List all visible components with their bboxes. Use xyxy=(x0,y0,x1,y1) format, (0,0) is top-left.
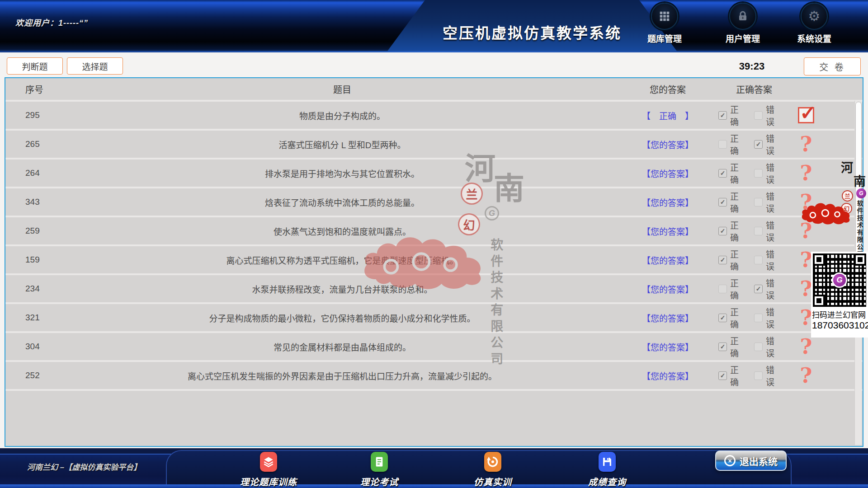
checkbox-wrong-label: 错误 xyxy=(766,219,781,243)
checkbox-wrong[interactable] xyxy=(754,198,763,206)
table-row: 265 活塞式压缩机分 L 型和D型两种。 【您的答案】 正确 错误 xyxy=(5,131,863,158)
check-icon xyxy=(720,228,726,234)
your-answer-text: 【您的答案】 xyxy=(642,198,693,208)
menu-label: 系统设置 xyxy=(785,32,844,44)
checkbox-wrong[interactable] xyxy=(754,256,763,264)
checkbox-right[interactable] xyxy=(718,256,727,264)
wrong-question-mark-icon xyxy=(800,336,812,357)
checkbox-wrong[interactable] xyxy=(754,314,763,322)
checkbox-right[interactable] xyxy=(718,140,727,149)
tab-choice-questions[interactable]: 选择题 xyxy=(67,57,123,75)
your-answer-text: 【您的答案】 xyxy=(642,256,693,266)
result-cell xyxy=(790,221,822,241)
checkbox-wrong-label: 错误 xyxy=(766,132,781,156)
question-number: 321 xyxy=(5,313,62,323)
check-icon xyxy=(720,372,726,379)
table-row: 264 排水泵是用于排地沟水与其它位置积水。 【您的答案】 正确 错误 xyxy=(5,160,863,187)
check-icon xyxy=(720,199,726,205)
qr-panel: G 扫码进兰幻官网 18703603102 xyxy=(811,252,868,338)
check-icon xyxy=(756,141,761,147)
table-row: 304 常见的金属材料都是由晶体组成的。 【您的答案】 正确 错误 xyxy=(5,333,863,360)
question-text: 活塞式压缩机分 L 型和D型两种。 xyxy=(62,138,623,150)
wrong-question-mark-icon xyxy=(800,278,812,299)
qr-finder-icon xyxy=(854,253,866,266)
table-row: 234 水泵并联扬程改变，流量为几台并联泵的总和。 【您的答案】 正确 错误 xyxy=(5,275,863,302)
checkbox-wrong[interactable] xyxy=(754,169,763,178)
check-icon xyxy=(720,314,726,321)
checkbox-wrong[interactable] xyxy=(754,111,763,120)
question-text: 排水泵是用于排地沟水与其它位置积水。 xyxy=(62,167,623,179)
close-icon xyxy=(724,455,736,466)
correct-answer-options: 正确 错误 xyxy=(713,161,790,185)
checkbox-wrong[interactable] xyxy=(754,285,763,293)
checkbox-wrong-label: 错误 xyxy=(766,248,781,272)
checkbox-right-label: 正确 xyxy=(730,161,745,185)
checkbox-right[interactable] xyxy=(718,198,727,206)
checkbox-wrong-label: 错误 xyxy=(766,363,781,388)
checkbox-right-label: 正确 xyxy=(730,305,745,330)
tab-judgement-questions[interactable]: 判断题 xyxy=(7,57,63,75)
question-text: 离心式压缩机又称为透平式压缩机，它是典型速度型压缩机。 xyxy=(62,254,623,266)
exam-countdown-timer: 39:23 xyxy=(729,61,774,72)
correct-answer-options: 正确 错误 xyxy=(713,334,790,359)
question-number: 252 xyxy=(5,371,62,380)
submit-paper-button[interactable]: 交 卷 xyxy=(804,57,861,75)
checkbox-right[interactable] xyxy=(718,169,727,178)
checkbox-wrong[interactable] xyxy=(754,140,763,149)
checkbox-right-label: 正确 xyxy=(730,277,745,301)
nav-theory-bank-training[interactable]: 理论题库训练 xyxy=(230,452,307,488)
question-number: 304 xyxy=(5,342,62,352)
checkbox-right[interactable] xyxy=(718,343,727,351)
correct-answer-options: 正确 错误 xyxy=(713,103,790,127)
welcome-user-text: 欢迎用户：1-----“” xyxy=(15,16,88,28)
checkbox-right[interactable] xyxy=(718,371,727,380)
qr-finder-icon xyxy=(813,253,825,266)
scrollbar-thumb[interactable] xyxy=(855,102,862,253)
column-header-correct-answer: 正确答案 xyxy=(713,83,790,96)
checkbox-right[interactable] xyxy=(718,227,727,235)
check-icon xyxy=(756,286,761,292)
question-text: 常见的金属材料都是由晶体组成的。 xyxy=(62,341,623,353)
title-plate: 空压机虚拟仿真教学系统 xyxy=(387,0,677,51)
checkbox-wrong[interactable] xyxy=(754,227,763,235)
layers-check-icon xyxy=(260,452,277,472)
checkbox-right-label: 正确 xyxy=(730,132,745,156)
question-number: 295 xyxy=(5,110,62,120)
correct-answer-options: 正确 错误 xyxy=(713,132,790,156)
lock-icon xyxy=(729,3,756,30)
qr-code: G xyxy=(813,253,866,307)
top-header: 欢迎用户：1-----“” 空压机虚拟仿真教学系统 题库管理 用户管理 xyxy=(0,0,868,52)
question-text: 使水蒸气达到饱和的温度就叫露点。 xyxy=(62,225,623,237)
page-title: 空压机虚拟仿真教学系统 xyxy=(443,9,622,43)
your-answer-text: 【您的答案】 xyxy=(642,314,693,324)
column-header-your-answer: 您的答案 xyxy=(623,83,713,96)
exit-system-button[interactable]: 退出系统 xyxy=(715,450,787,471)
checkbox-right[interactable] xyxy=(718,285,727,293)
gear-icon: ⚙ xyxy=(801,3,828,30)
check-icon xyxy=(720,343,726,350)
correct-answer-options: 正确 错误 xyxy=(713,219,790,243)
checkbox-right[interactable] xyxy=(718,111,727,120)
table-row: 259 使水蒸气达到饱和的温度就叫露点。 【您的答案】 正确 错误 xyxy=(5,217,863,244)
correct-answer-options: 正确 错误 xyxy=(713,190,790,214)
sync-gear-icon xyxy=(484,452,501,472)
result-cell xyxy=(790,192,822,212)
table-header-row: 序号 题目 您的答案 正确答案 xyxy=(5,78,863,100)
checkbox-wrong[interactable] xyxy=(754,371,763,380)
nav-simulation-training[interactable]: 仿真实训 xyxy=(454,452,531,488)
nav-theory-exam[interactable]: 理论考试 xyxy=(341,452,418,488)
checkbox-right-label: 正确 xyxy=(730,363,745,388)
result-cell xyxy=(790,107,822,123)
question-text: 物质是由分子构成的。 xyxy=(62,109,623,122)
checkbox-right[interactable] xyxy=(718,314,727,322)
checkbox-right-label: 正确 xyxy=(730,334,745,359)
wrong-question-mark-icon xyxy=(800,307,812,328)
question-number: 265 xyxy=(5,139,62,149)
menu-question-bank[interactable]: 题库管理 xyxy=(635,3,694,44)
menu-user-management[interactable]: 用户管理 xyxy=(713,3,772,44)
nav-score-query[interactable]: 成绩查询 xyxy=(569,452,646,488)
menu-system-settings[interactable]: ⚙ 系统设置 xyxy=(785,3,844,44)
checkbox-wrong[interactable] xyxy=(754,343,763,351)
check-icon xyxy=(720,112,726,118)
question-number: 234 xyxy=(5,284,62,294)
